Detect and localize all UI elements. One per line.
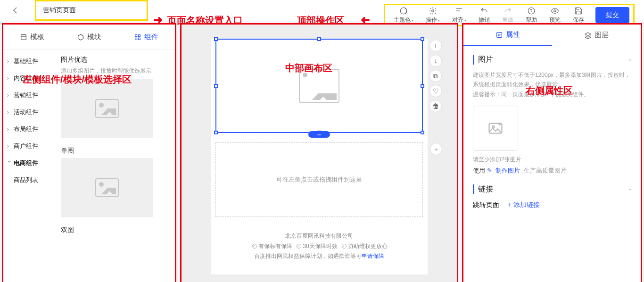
cat-ecommerce[interactable]: 电商组件	[3, 155, 53, 172]
tab-module[interactable]: 模块	[60, 25, 117, 50]
delete-button[interactable]: 🗑	[429, 100, 442, 112]
drag-handle-icon[interactable]: ═	[308, 131, 330, 138]
canvas-footer: 北京百度网讯科技有限公司 有保标有保障 30天保障时效 协助维权更放心 百度推出…	[211, 226, 428, 271]
tab-template[interactable]: 模板	[3, 25, 60, 50]
cat-merchant[interactable]: 商户组件	[3, 138, 53, 155]
svg-rect-6	[139, 34, 140, 36]
move-down-button[interactable]: ↓	[429, 55, 442, 67]
right-panel: 属性 图层 图片› 建议图片宽度尺寸不低于1200px，最多添加3组图片，投放时…	[462, 23, 642, 282]
section-image-header[interactable]: 图片›	[473, 55, 631, 65]
category-list: 基础组件 内容组件 营销组件 活动组件 布局组件 商户组件 电商组件 商品列表	[3, 50, 53, 282]
guarantee-link[interactable]: 申请保障	[362, 253, 384, 259]
comp-single-image[interactable]: 单图	[61, 147, 167, 217]
add-button[interactable]: +	[429, 40, 442, 52]
svg-rect-4	[21, 34, 26, 40]
comp-thumb	[61, 79, 153, 138]
section-link-header[interactable]: 链接›	[473, 184, 631, 194]
cat-basic[interactable]: 基础组件	[3, 53, 53, 70]
cat-layout[interactable]: 布局组件	[3, 121, 53, 138]
comp-thumb	[61, 158, 153, 217]
tab-props[interactable]: 属性	[463, 25, 552, 46]
jump-page-label: 跳转页面	[473, 201, 499, 209]
back-button[interactable]	[9, 5, 21, 16]
svg-rect-8	[139, 38, 140, 40]
left-panel: 模板 模块 组件 基础组件 内容组件 营销组件 活动组件 布局组件 商户组件 电…	[2, 23, 176, 282]
tab-layers[interactable]: 图层	[552, 25, 641, 46]
cat-activity[interactable]: 活动组件	[3, 104, 53, 121]
add-button[interactable]: +	[430, 143, 442, 155]
make-image-link[interactable]: 制作图片	[495, 167, 520, 174]
canvas-area[interactable]: ═ + ↓ ⧉ ♡ 🗑 可在左侧点击或拖拽组件到这里 + 北京百度网讯科技有限公…	[180, 23, 458, 282]
copy-button[interactable]: ⧉	[429, 70, 442, 82]
min-images-hint: 请至少添加2张图片	[473, 156, 631, 164]
cat-marketing[interactable]: 营销组件	[3, 87, 53, 104]
page-title-input[interactable]: 营销页页面	[35, 0, 148, 21]
cat-content[interactable]: 内容组件	[3, 70, 53, 87]
chevron-down-icon: ›	[627, 59, 634, 61]
selected-component[interactable]: ═ + ↓ ⧉ ♡ 🗑	[215, 39, 423, 133]
comp-double-image[interactable]: 双图	[61, 226, 167, 234]
upload-image-button[interactable]	[473, 106, 518, 151]
component-list: 图片优选 添加多组图片，投放时智能优选展示 单图 双图	[53, 50, 175, 282]
comp-image-optimize[interactable]: 图片优选 添加多组图片，投放时智能优选展示	[61, 56, 167, 138]
svg-rect-5	[135, 34, 137, 36]
drop-zone[interactable]: 可在左侧点击或拖拽组件到这里 +	[215, 142, 423, 217]
svg-point-3	[554, 9, 556, 12]
cat-product-list[interactable]: 商品列表	[3, 172, 53, 189]
svg-rect-7	[135, 38, 137, 40]
chevron-down-icon: ›	[627, 189, 634, 191]
svg-rect-9	[497, 32, 502, 37]
add-link-button[interactable]: + 添加链接	[508, 201, 540, 209]
favorite-button[interactable]: ♡	[429, 85, 442, 97]
image-placeholder-icon	[95, 99, 119, 118]
image-placeholder-icon	[95, 178, 119, 197]
submit-button[interactable]: 提交	[595, 7, 629, 23]
svg-point-1	[432, 9, 434, 12]
image-placeholder-icon	[299, 69, 339, 103]
tab-component[interactable]: 组件	[118, 25, 175, 50]
image-desc: 建议图片宽度尺寸不低于1200px，最多添加3组图片，投放时，系统根据页面转化效…	[473, 70, 631, 99]
